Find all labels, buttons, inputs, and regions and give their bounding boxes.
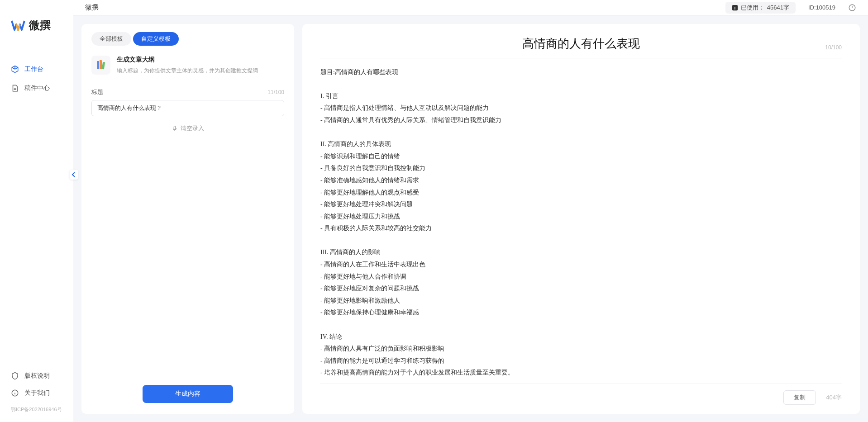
user-id: ID:100519 <box>808 4 835 11</box>
svg-text:T: T <box>734 5 736 10</box>
header-title: 微撰 <box>85 3 99 12</box>
nav-item-drafts[interactable]: 稿件中心 <box>0 79 73 98</box>
logo-icon <box>11 18 25 33</box>
title-char-count: 11/100 <box>267 89 284 95</box>
cube-icon <box>11 65 19 73</box>
power-icon[interactable] <box>848 4 856 12</box>
tab-row: 全部模板 自定义模板 <box>91 32 284 46</box>
books-icon <box>91 56 110 75</box>
nav-item-workbench[interactable]: 工作台 <box>0 60 73 79</box>
template-card: 生成文章大纲 输入标题，为你提供文章主体的灵感，并为其创建推文提纲 <box>91 56 284 75</box>
nav-item-label: 稿件中心 <box>24 84 50 92</box>
voice-input-row[interactable]: 请空录入 <box>91 124 284 133</box>
svg-rect-5 <box>100 60 102 69</box>
header-right: T 已使用： 45641字 ID:100519 <box>725 2 856 14</box>
footer-label: 版权说明 <box>24 372 50 380</box>
svg-rect-4 <box>97 61 99 69</box>
copy-button[interactable]: 复制 <box>783 390 816 405</box>
text-icon: T <box>732 5 738 11</box>
sidebar-footer: 版权说明 关于我们 <box>0 367 73 402</box>
voice-hint: 请空录入 <box>181 124 204 133</box>
info-icon <box>11 389 19 397</box>
output-title-row: 高情商的人有什么表现 10/100 <box>320 36 842 52</box>
output-body[interactable]: 题目:高情商的人有哪些表现 I. 引言 - 高情商是指人们处理情绪、与他人互动以… <box>320 66 842 379</box>
document-icon <box>11 84 19 92</box>
logo[interactable]: 微撰 <box>0 18 73 60</box>
icp-text: 鄂ICP备2022016946号 <box>0 402 73 413</box>
nav: 工作台 稿件中心 <box>0 60 73 367</box>
output-title-count: 10/100 <box>825 44 842 51</box>
svg-rect-7 <box>174 126 176 129</box>
mic-icon <box>172 125 178 132</box>
sidebar-collapse-handle[interactable] <box>70 170 78 180</box>
template-title: 生成文章大纲 <box>117 56 284 64</box>
generate-button[interactable]: 生成内容 <box>143 385 233 403</box>
left-panel: 全部模板 自定义模板 生成文章大纲 输入标题，为你提供文章主体的灵感，并为其创建… <box>81 24 294 414</box>
shield-icon <box>11 372 19 380</box>
content: 全部模板 自定义模板 生成文章大纲 输入标题，为你提供文章主体的灵感，并为其创建… <box>73 16 868 422</box>
svg-rect-6 <box>102 62 105 69</box>
main: 微撰 T 已使用： 45641字 ID:100519 全部模板 <box>73 0 868 422</box>
usage-badge[interactable]: T 已使用： 45641字 <box>725 2 796 14</box>
divider <box>320 58 842 58</box>
nav-item-label: 工作台 <box>24 65 43 73</box>
template-desc: 输入标题，为你提供文章主体的灵感，并为其创建推文提纲 <box>117 66 284 75</box>
logo-text: 微撰 <box>29 18 51 33</box>
word-count: 404字 <box>826 394 842 402</box>
footer-about[interactable]: 关于我们 <box>11 384 62 402</box>
output-footer: 复制 404字 <box>320 384 842 405</box>
title-input[interactable] <box>91 100 284 116</box>
header: 微撰 T 已使用： 45641字 ID:100519 <box>73 0 868 16</box>
right-panel: 高情商的人有什么表现 10/100 题目:高情商的人有哪些表现 I. 引言 - … <box>302 24 860 414</box>
sidebar: 微撰 工作台 稿件中心 版权说明 <box>0 0 73 422</box>
chevron-left-icon <box>72 172 76 177</box>
form-label-row: 标题 11/100 <box>91 88 284 96</box>
usage-prefix: 已使用： <box>741 4 764 12</box>
tab-all-templates[interactable]: 全部模板 <box>91 32 131 46</box>
usage-value: 45641字 <box>767 4 789 12</box>
title-label: 标题 <box>91 88 103 96</box>
footer-label: 关于我们 <box>24 389 50 397</box>
output-title: 高情商的人有什么表现 <box>522 36 640 52</box>
tab-custom-templates[interactable]: 自定义模板 <box>133 32 179 46</box>
footer-copyright[interactable]: 版权说明 <box>11 367 62 384</box>
